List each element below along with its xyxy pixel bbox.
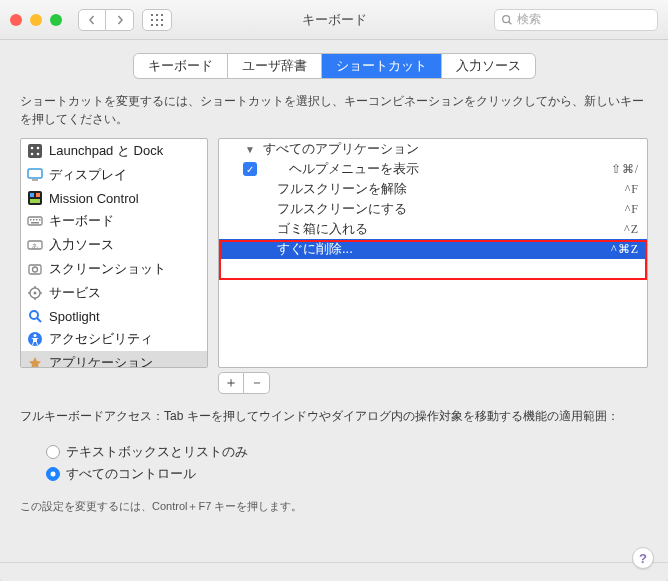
sidebar-item-label: アクセシビリティ: [49, 330, 153, 348]
shortcut-row[interactable]: ゴミ箱に入れる ^Z: [219, 219, 647, 239]
radio-checked-icon: [46, 467, 60, 481]
svg-point-13: [37, 147, 40, 150]
sidebar-item-mission-control[interactable]: Mission Control: [21, 187, 207, 209]
add-remove-group: ＋ －: [218, 372, 648, 394]
add-button[interactable]: ＋: [218, 372, 244, 394]
radio-all-controls[interactable]: すべてのコントロール: [46, 465, 668, 483]
svg-rect-21: [30, 199, 40, 203]
search-placeholder: 検索: [517, 11, 541, 28]
sidebar-item-label: サービス: [49, 284, 101, 302]
display-icon: [27, 167, 43, 183]
shortcut-keys: ⇧⌘/: [611, 162, 639, 177]
shortcut-row[interactable]: フルスクリーンにする ^F: [219, 199, 647, 219]
shortcut-label: フルスクリーンを解除: [277, 180, 625, 198]
radio-label: すべてのコントロール: [66, 465, 196, 483]
forward-button[interactable]: [106, 9, 134, 31]
radio-unchecked-icon: [46, 445, 60, 459]
shortcut-label: フルスクリーンにする: [277, 200, 625, 218]
sidebar-item-label: アプリケーション: [49, 354, 153, 368]
sidebar-item-label: Spotlight: [49, 309, 100, 324]
svg-point-12: [31, 147, 34, 150]
radio-label: テキストボックスとリストのみ: [66, 443, 248, 461]
services-icon: [27, 285, 43, 301]
svg-point-14: [31, 153, 34, 156]
sidebar-item-applications[interactable]: アプリケーション: [21, 351, 207, 368]
shortcut-column: ▼ すべてのアプリケーション ✓ ヘルプメニューを表示 ⇧⌘/ フルスクリーンを…: [218, 138, 648, 394]
instruction-text: ショートカットを変更するには、ショートカットを選択し、キーコンビネーションをクリ…: [0, 88, 668, 138]
tab-keyboard[interactable]: キーボード: [134, 54, 228, 78]
tab-shortcuts[interactable]: ショートカット: [322, 54, 442, 78]
help-icon: ?: [639, 551, 647, 566]
svg-point-38: [30, 311, 38, 319]
sidebar-item-launchpad[interactable]: Launchpad と Dock: [21, 139, 207, 163]
disclosure-triangle-icon[interactable]: ▼: [245, 144, 257, 155]
sidebar-item-label: スクリーンショット: [49, 260, 166, 278]
radio-text-boxes-only[interactable]: テキストボックスとリストのみ: [46, 443, 668, 461]
svg-rect-23: [30, 219, 32, 221]
input-sources-icon: あ: [27, 237, 43, 253]
sidebar-item-services[interactable]: サービス: [21, 281, 207, 305]
footnote-text: この設定を変更するには、Control＋F7 キーを押します。: [0, 493, 668, 514]
svg-line-10: [509, 21, 512, 24]
tab-user-dict[interactable]: ユーザ辞書: [228, 54, 322, 78]
tree-header-row[interactable]: ▼ すべてのアプリケーション: [219, 139, 647, 159]
sidebar-item-input-sources[interactable]: あ 入力ソース: [21, 233, 207, 257]
checkbox-checked-icon[interactable]: ✓: [243, 162, 257, 176]
svg-point-15: [37, 153, 40, 156]
spotlight-icon: [27, 308, 43, 324]
shortcut-row[interactable]: フルスクリーンを解除 ^F: [219, 179, 647, 199]
show-all-button[interactable]: [142, 9, 172, 31]
launchpad-icon: [27, 143, 43, 159]
svg-rect-20: [36, 193, 40, 197]
traffic-lights: [10, 14, 62, 26]
svg-rect-25: [36, 219, 38, 221]
shortcut-keys: ^Z: [624, 222, 639, 237]
sidebar-item-screenshots[interactable]: スクリーンショット: [21, 257, 207, 281]
panels: Launchpad と Dock ディスプレイ Mission Control …: [0, 138, 668, 394]
svg-rect-27: [31, 222, 39, 224]
sidebar-item-display[interactable]: ディスプレイ: [21, 163, 207, 187]
svg-rect-6: [151, 24, 153, 26]
shortcut-row[interactable]: ✓ ヘルプメニューを表示 ⇧⌘/: [219, 159, 647, 179]
shortcut-label: すぐに削除...: [277, 240, 611, 258]
back-button[interactable]: [78, 9, 106, 31]
svg-rect-5: [161, 19, 163, 21]
shortcut-keys: ^F: [625, 202, 639, 217]
svg-rect-22: [28, 217, 42, 225]
svg-line-39: [37, 318, 41, 322]
svg-rect-26: [39, 219, 41, 221]
svg-rect-3: [151, 19, 153, 21]
svg-rect-16: [28, 169, 42, 178]
svg-rect-1: [156, 14, 158, 16]
sidebar-item-spotlight[interactable]: Spotlight: [21, 305, 207, 327]
tab-input-sources[interactable]: 入力ソース: [442, 54, 535, 78]
shortcut-row-selected[interactable]: すぐに削除... ^⌘Z: [219, 239, 647, 259]
window-minimize-button[interactable]: [30, 14, 42, 26]
help-button[interactable]: ?: [632, 547, 654, 569]
svg-text:あ: あ: [32, 243, 38, 250]
sidebar-item-label: Launchpad と Dock: [49, 142, 163, 160]
sidebar-item-accessibility[interactable]: アクセシビリティ: [21, 327, 207, 351]
shortcut-label: ゴミ箱に入れる: [277, 220, 624, 238]
svg-rect-8: [161, 24, 163, 26]
svg-rect-24: [33, 219, 35, 221]
svg-rect-19: [30, 193, 34, 197]
svg-rect-4: [156, 19, 158, 21]
sidebar-item-label: ディスプレイ: [49, 166, 127, 184]
search-input[interactable]: 検索: [494, 9, 658, 31]
window-close-button[interactable]: [10, 14, 22, 26]
shortcut-list[interactable]: ▼ すべてのアプリケーション ✓ ヘルプメニューを表示 ⇧⌘/ フルスクリーンを…: [218, 138, 648, 368]
sidebar-item-keyboard[interactable]: キーボード: [21, 209, 207, 233]
svg-rect-0: [151, 14, 153, 16]
mission-control-icon: [27, 190, 43, 206]
window-zoom-button[interactable]: [50, 14, 62, 26]
separator: [0, 562, 668, 563]
svg-rect-17: [32, 179, 38, 181]
category-list[interactable]: Launchpad と Dock ディスプレイ Mission Control …: [20, 138, 208, 368]
full-keyboard-access-radios: テキストボックスとリストのみ すべてのコントロール: [0, 433, 668, 493]
nav-back-forward: [78, 9, 134, 31]
svg-rect-2: [161, 14, 163, 16]
svg-point-33: [34, 292, 37, 295]
keyboard-icon: [27, 213, 43, 229]
remove-button[interactable]: －: [244, 372, 270, 394]
